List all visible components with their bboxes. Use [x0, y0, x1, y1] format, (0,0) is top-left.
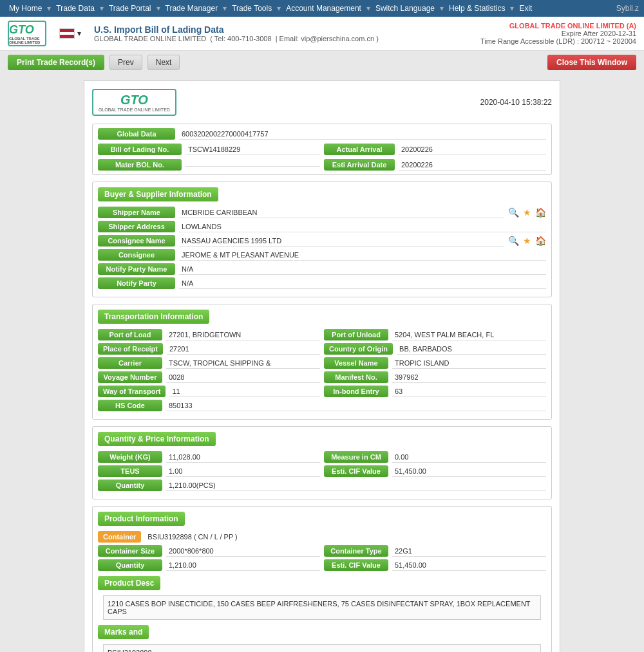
- account-timerange: Time Range Accessible (LDR) : 200712 ~ 2…: [480, 37, 636, 45]
- doc-logo-sub: GLOBAL TRADE ONLINE LIMITED: [99, 107, 170, 112]
- quantity-row: Quantity 1,210.00(PCS): [98, 480, 546, 491]
- consignee-row: Consignee JEROME & MT PLEASANT AVENUE: [98, 249, 546, 261]
- transport-inbond-row: Way of Transport 11 In-bond Entry 63: [98, 386, 546, 397]
- nav-accountmgmt[interactable]: Account Management: [282, 3, 365, 14]
- master-bol-value: [185, 163, 320, 167]
- global-data-label: Global Data: [98, 128, 175, 140]
- vessel-value: TROPIC ISLAND: [392, 358, 546, 369]
- doc-header: GTO GLOBAL TRADE ONLINE LIMITED 2020-04-…: [92, 89, 552, 116]
- manifest-label: Manifest No.: [324, 371, 388, 383]
- company-name: GLOBAL TRADE ONLINE LIMITED: [94, 35, 206, 42]
- transport-value: 11: [169, 386, 320, 397]
- place-receipt-value: 27201: [167, 344, 320, 355]
- nav-switchlang[interactable]: Switch Language: [372, 3, 439, 14]
- carrier-label: Carrier: [98, 357, 162, 369]
- weight-label: Weight (KG): [98, 451, 162, 463]
- logo-area: GTO GLOBAL TRADE ONLINE LIMITED ▾: [8, 21, 89, 46]
- consignee-value: JEROME & MT PLEASANT AVENUE: [179, 250, 546, 261]
- nav-myhome[interactable]: My Home: [5, 3, 46, 14]
- container-value: BSIU3192898 ( CN / L / PP ): [145, 532, 240, 542]
- container-size-pair: Container Size 2000*806*800: [98, 545, 320, 557]
- account-info: GLOBAL TRADE ONLINE LIMITED (A) Expire A…: [480, 22, 636, 45]
- next-top-button[interactable]: Next: [147, 55, 180, 70]
- hscode-label: HS Code: [98, 400, 162, 411]
- global-data-row: Global Data 6003202002270000417757: [93, 124, 551, 144]
- notify-party-name-value: N/A: [179, 264, 546, 275]
- consignee-search-icon[interactable]: 🔍: [508, 236, 519, 246]
- doc-timestamp: 2020-04-10 15:38:22: [480, 98, 552, 107]
- container-row: Container BSIU3192898 ( CN / L / PP ): [98, 531, 546, 543]
- company-email: Email: vip@pierschina.com.cn: [279, 35, 375, 42]
- nav-tradetools[interactable]: Trade Tools: [228, 3, 276, 14]
- nav-exit[interactable]: Exit: [515, 3, 536, 14]
- port-load-label: Port of Load: [98, 329, 162, 340]
- header-subtitle: GLOBAL TRADE ONLINE LIMITED ( Tel: 400-7…: [94, 35, 480, 42]
- close-top-button[interactable]: Close This Window: [547, 55, 636, 70]
- notify-party-value: N/A: [179, 278, 546, 289]
- notify-party-label: Notify Party: [98, 277, 175, 289]
- header-bar: GTO GLOBAL TRADE ONLINE LIMITED ▾ U.S. I…: [0, 17, 644, 51]
- marks-title: Marks and: [98, 625, 149, 639]
- product-qty-cif-row: Quantity 1,210.00 Esti. CIF Value 51,450…: [98, 559, 546, 571]
- esti-arrival-row: Esti Arrival Date 20200226: [324, 159, 546, 171]
- quantity-value: 1,210.00(PCS): [166, 480, 546, 491]
- carrier-value: TSCW, TROPICAL SHIPPING &: [166, 358, 320, 369]
- port-unload-pair: Port of Unload 5204, WEST PALM BEACH, FL: [324, 329, 546, 340]
- global-data-section: Global Data 6003202002270000417757 Bill …: [92, 124, 552, 175]
- prev-top-button[interactable]: Prev: [109, 55, 142, 70]
- container-type-value: 22G1: [392, 546, 546, 557]
- product-section: Product Information Container BSIU319289…: [92, 506, 552, 652]
- account-name: GLOBAL TRADE ONLINE LIMITED (A): [480, 22, 636, 30]
- country-origin-pair: Country of Origin BB, BARBADOS: [324, 343, 546, 355]
- quantity-label: Quantity: [98, 480, 162, 491]
- inbond-pair: In-bond Entry 63: [324, 386, 546, 397]
- vessel-pair: Vessel Name TROPIC ISLAND: [324, 357, 546, 369]
- quantity-price-title: Quantity & Price Information: [98, 432, 216, 446]
- weight-pair: Weight (KG) 11,028.00: [98, 451, 320, 463]
- doc-logo: GTO GLOBAL TRADE ONLINE LIMITED: [92, 89, 176, 116]
- container-type-pair: Container Type 22G1: [324, 545, 546, 557]
- consignee-star-icon[interactable]: ★: [523, 236, 531, 246]
- esti-arrival-label: Esti Arrival Date: [324, 159, 395, 171]
- user-name: Sybil.z: [616, 4, 639, 13]
- measure-pair: Measure in CM 0.00: [324, 451, 546, 463]
- doc-logo-area: GTO GLOBAL TRADE ONLINE LIMITED: [92, 89, 176, 116]
- measure-label: Measure in CM: [324, 451, 388, 463]
- product-title: Product Information: [98, 512, 185, 526]
- hscode-value: 850133: [166, 400, 546, 411]
- teus-label: TEUS: [98, 465, 162, 477]
- measure-value: 0.00: [392, 452, 546, 463]
- notify-party-name-row: Notify Party Name N/A: [98, 263, 546, 275]
- vessel-label: Vessel Name: [324, 357, 388, 369]
- buyer-supplier-section: Buyer & Supplier Information Shipper Nam…: [92, 182, 552, 297]
- nav-helpstats[interactable]: Help & Statistics: [445, 3, 509, 14]
- consignee-home-icon[interactable]: 🏠: [535, 236, 546, 246]
- print-top-button[interactable]: Print Trade Record(s): [8, 55, 104, 70]
- product-qty-value: 1,210.00: [166, 560, 320, 571]
- header-title-section: U.S. Import Bill of Lading Data GLOBAL T…: [94, 24, 480, 42]
- consignee-name-value: NASSAU AGENCIES 1995 LTD: [179, 236, 504, 247]
- port-load-pair: Port of Load 27201, BRIDGETOWN: [98, 329, 320, 340]
- country-origin-value: BB, BARBADOS: [397, 344, 546, 355]
- nav-tradedata[interactable]: Trade Data: [52, 3, 99, 14]
- shipper-star-icon[interactable]: ★: [523, 207, 531, 218]
- bol-value: TSCW14188229: [185, 144, 320, 155]
- bol-label: Bill of Lading No.: [98, 144, 182, 155]
- nav-trademanager[interactable]: Trade Manager: [162, 3, 222, 14]
- port-unload-value: 5204, WEST PALM BEACH, FL: [392, 330, 546, 340]
- place-country-row: Place of Receipt 27201 Country of Origin…: [98, 343, 546, 355]
- buyer-supplier-title: Buyer & Supplier Information: [98, 187, 218, 201]
- top-action-bar: Print Trade Record(s) Prev Next Close Th…: [0, 51, 644, 74]
- shipper-home-icon[interactable]: 🏠: [535, 207, 546, 218]
- nav-tradeportal[interactable]: Trade Portal: [105, 3, 155, 14]
- global-data-value: 6003202002270000417757: [179, 129, 546, 140]
- logo-subtitle: GLOBAL TRADE ONLINE LIMITED: [9, 37, 45, 44]
- port-load-value: 27201, BRIDGETOWN: [166, 330, 320, 340]
- voyage-manifest-row: Voyage Number 0028 Manifest No. 397962: [98, 371, 546, 383]
- shipper-search-icon[interactable]: 🔍: [508, 207, 519, 218]
- shipper-address-row: Shipper Address LOWLANDS: [98, 221, 546, 232]
- port-unload-label: Port of Unload: [324, 329, 388, 340]
- shipper-address-label: Shipper Address: [98, 221, 175, 232]
- inbond-label: In-bond Entry: [324, 386, 388, 397]
- company-tel: Tel: 400-710-3008: [214, 35, 272, 42]
